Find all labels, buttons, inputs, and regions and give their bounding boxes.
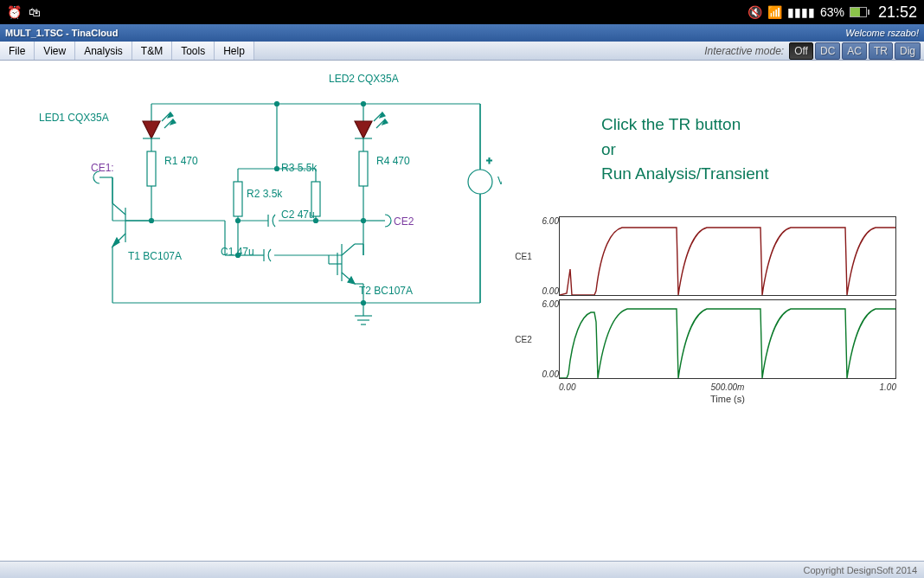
mode-off-button[interactable]: Off [789, 42, 813, 60]
label-vcc: Vcc 7.2 [497, 175, 502, 187]
android-status-bar: ⏰ 🛍 🔇 📶 ▮▮▮▮ 63% 21:52 [0, 0, 924, 24]
svg-point-35 [275, 167, 279, 171]
mode-dc-button[interactable]: DC [815, 42, 840, 60]
bag-icon: 🛍 [29, 5, 41, 19]
interactive-mode-area: Interactive mode: Off DC AC TR Dig [701, 42, 924, 60]
label-c1: C1 47u [221, 246, 254, 258]
xaxis-2: 1.00 [880, 382, 896, 392]
svg-marker-54 [380, 112, 385, 118]
alarm-icon: ⏰ [7, 5, 22, 19]
label-r3: R3 5.5k [281, 162, 318, 174]
footer-bar: Copyright DesignSoft 2014 [0, 561, 924, 578]
document-title: MULT_1.TSC - TinaCloud [5, 28, 118, 38]
svg-point-49 [362, 102, 366, 106]
xaxis-0: 0.00 [559, 382, 575, 392]
mode-ac-button[interactable]: AC [842, 42, 867, 60]
svg-marker-10 [170, 119, 176, 125]
label-t1: T1 BC107A [128, 250, 182, 262]
label-c2: C2 47u [281, 209, 315, 221]
mode-tr-button[interactable]: TR [869, 42, 893, 60]
svg-marker-66 [348, 277, 355, 284]
hint-line1: Click the TR button [601, 112, 769, 138]
hint-line2: or [601, 138, 769, 163]
label-led1: LED1 CQX35A [39, 112, 109, 124]
svg-point-73 [362, 301, 366, 305]
label-ce2: CE2 [394, 215, 414, 228]
plot2-ymin: 0.00 [542, 369, 559, 379]
svg-rect-57 [359, 151, 368, 186]
plot1-ymax: 6.00 [542, 216, 559, 226]
label-ce1: CE1: [91, 162, 114, 174]
svg-text:+: + [486, 155, 492, 167]
svg-line-19 [112, 203, 125, 215]
label-t2: T2 BC107A [359, 285, 413, 297]
hint-text: Click the TR button or Run Analysis/Tran… [601, 112, 769, 187]
menu-view[interactable]: View [35, 42, 75, 60]
menu-help[interactable]: Help [215, 42, 254, 60]
svg-marker-21 [112, 238, 119, 247]
svg-marker-56 [382, 119, 388, 125]
copyright: Copyright DesignSoft 2014 [804, 565, 917, 575]
menu-file[interactable]: File [0, 42, 35, 60]
plot1-name: CE1 [510, 252, 536, 261]
svg-rect-26 [234, 182, 242, 216]
battery-icon [850, 7, 869, 17]
svg-point-39 [236, 219, 241, 223]
hint-line3: Run Analysis/Transient [601, 162, 769, 187]
mode-dig-button[interactable]: Dig [895, 42, 921, 60]
svg-rect-11 [147, 151, 156, 186]
xaxis-1: 500.00m [711, 382, 745, 392]
title-bar: MULT_1.TSC - TinaCloud Welcome rszabo! [0, 24, 924, 42]
svg-point-34 [275, 102, 279, 106]
plot1-ymin: 0.00 [542, 286, 559, 296]
svg-marker-4 [143, 121, 160, 138]
plot2-ymax: 6.00 [542, 299, 559, 309]
schematic-canvas[interactable]: + LED1 CQX35A LED2 CQX35A R1 470 R2 3.5k… [0, 61, 924, 561]
welcome-text: Welcome rszabo! [845, 28, 919, 38]
menu-tm[interactable]: T&M [132, 42, 172, 60]
svg-point-77 [468, 170, 492, 194]
wifi-icon: 📶 [767, 5, 782, 19]
schematic-diagram: + LED1 CQX35A LED2 CQX35A R1 470 R2 3.5k… [0, 61, 502, 424]
label-r4: R4 470 [376, 155, 410, 167]
mute-icon: 🔇 [748, 5, 762, 19]
plot2-name: CE2 [510, 335, 536, 344]
menu-analysis[interactable]: Analysis [75, 42, 132, 60]
label-led2: LED2 CQX35A [329, 73, 399, 85]
plot2-box [559, 299, 896, 379]
xaxis-label: Time (s) [559, 394, 896, 404]
mode-label: Interactive mode: [704, 45, 784, 57]
plot1-box [559, 216, 896, 296]
signal-icon: ▮▮▮▮ [787, 5, 815, 19]
svg-marker-50 [355, 121, 372, 138]
label-r1: R1 470 [164, 155, 198, 167]
menu-tools[interactable]: Tools [172, 42, 215, 60]
label-r2: R2 3.5k [247, 188, 283, 200]
svg-line-64 [342, 244, 355, 255]
transient-plots: CE1 6.00 0.00 CE2 6.00 0.00 [510, 216, 908, 404]
menu-bar: File View Analysis T&M Tools Help Intera… [0, 42, 924, 61]
svg-marker-8 [168, 112, 173, 118]
clock: 21:52 [878, 3, 917, 22]
battery-pct: 63% [820, 5, 844, 19]
